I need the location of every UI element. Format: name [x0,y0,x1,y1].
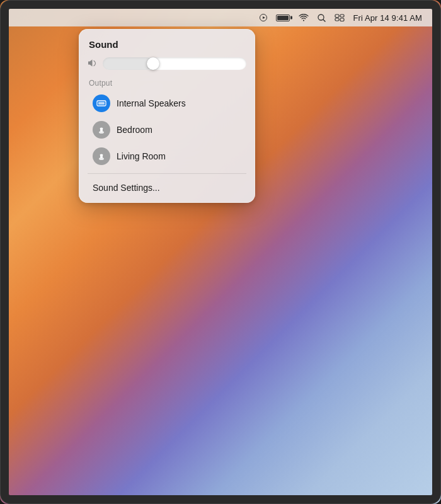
spotlight-icon[interactable] [318,14,326,22]
svg-rect-4 [335,14,339,18]
panel-divider [88,173,246,174]
volume-slider[interactable] [103,57,246,70]
wifi-icon[interactable] [299,14,309,21]
svg-rect-9 [98,102,105,105]
output-item-living-room[interactable]: Living Room [83,143,251,169]
output-item-bedroom[interactable]: Bedroom [83,117,251,143]
internal-speakers-label: Internal Speakers [117,98,186,108]
volume-row [79,57,255,70]
internal-speakers-icon [93,94,110,112]
sound-settings-label: Sound Settings... [93,183,160,193]
volume-icon [88,59,98,69]
svg-rect-5 [335,18,339,21]
svg-line-3 [323,20,325,21]
menubar-datetime[interactable]: Fri Apr 14 9:41 AM [353,13,422,23]
svg-rect-6 [340,14,344,17]
battery-icon[interactable] [276,14,290,21]
living-room-label: Living Room [117,151,166,161]
svg-point-12 [100,128,103,130]
panel-title: Sound [79,39,255,50]
sound-panel: Sound Output Internal Speakers [79,29,255,203]
svg-point-15 [100,154,103,156]
now-playing-icon[interactable] [260,14,267,21]
svg-marker-1 [263,16,265,19]
output-item-internal-speakers[interactable]: Internal Speakers [83,90,251,117]
sound-settings-link[interactable]: Sound Settings... [83,178,251,198]
menubar: Fri Apr 14 9:41 AM [9,9,432,26]
control-center-icon[interactable] [335,14,345,21]
output-section-label: Output [79,79,255,88]
living-room-icon [93,147,110,165]
bedroom-label: Bedroom [117,125,152,135]
bedroom-icon [93,121,110,139]
svg-rect-7 [340,18,344,21]
